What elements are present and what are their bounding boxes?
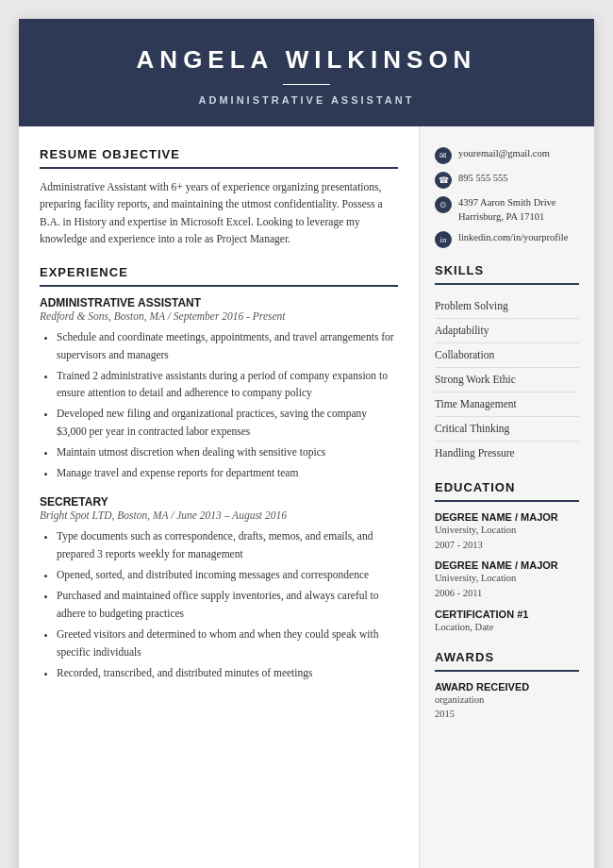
job-1-bullets: Schedule and coordinate meetings, appoin… [57,328,398,483]
education-title: EDUCATION [435,480,579,494]
skill-item: Collaboration [435,343,579,368]
contact-text: linkedin.com/in/yourprofile [458,231,568,245]
list-item: Developed new filing and organizational … [57,405,398,441]
list-item: Greeted visitors and determined to whom … [57,626,398,661]
objective-section: RESUME OBJECTIVE Administrative Assistan… [40,147,398,248]
award-title: AWARD RECEIVED [435,681,579,693]
contact-section: ✉youremail@gmail.com☎895 555 555⊙4397 Aa… [435,147,579,248]
awards-title: AWARDS [435,650,579,664]
list-item: Schedule and coordinate meetings, appoin… [57,328,398,364]
contact-icon: ☎ [435,172,452,189]
skills-section: SKILLS Problem SolvingAdaptabilityCollab… [435,263,579,465]
candidate-title: ADMINISTRATIVE ASSISTANT [38,94,575,106]
skill-item: Handling Pressure [435,442,579,465]
contact-text: youremail@gmail.com [458,147,550,161]
skill-item: Problem Solving [435,294,579,319]
edu-detail: University, Location 2006 - 2011 [435,571,579,601]
skills-items: Problem SolvingAdaptabilityCollaboration… [435,294,579,465]
candidate-name: ANGELA WILKINSON [38,45,575,75]
main-column: RESUME OBJECTIVE Administrative Assistan… [19,126,420,868]
resume-container: ANGELA WILKINSON ADMINISTRATIVE ASSISTAN… [19,19,594,868]
job-2-title: SECRETARY [40,495,398,509]
skills-divider [435,283,579,285]
education-divider [435,500,579,502]
award-items: AWARD RECEIVEDorganization 2015 [435,681,579,723]
sidebar-column: ✉youremail@gmail.com☎895 555 555⊙4397 Aa… [420,126,594,868]
skill-item: Strong Work Ethic [435,368,579,392]
list-item: Opened, sorted, and distributed incoming… [57,566,398,584]
job-1-company: Redford & Sons, Boston, MA / September 2… [40,310,398,322]
edu-items: DEGREE NAME / MAJORUniversity, Location … [435,511,579,635]
objective-text: Administrative Assistant with 6+ years o… [40,178,398,248]
edu-item: DEGREE NAME / MAJORUniversity, Location … [435,559,579,601]
edu-degree: DEGREE NAME / MAJOR [435,559,579,571]
award-detail: organization 2015 [435,693,579,723]
skill-item: Adaptability [435,319,579,343]
list-item: Purchased and maintained office supply i… [57,587,398,623]
awards-section: AWARDS AWARD RECEIVEDorganization 2015 [435,650,579,723]
job-2-company: Bright Spot LTD, Boston, MA / June 2013 … [40,509,398,521]
resume-header: ANGELA WILKINSON ADMINISTRATIVE ASSISTAN… [19,19,594,126]
edu-item: DEGREE NAME / MAJORUniversity, Location … [435,511,579,553]
job-1: ADMINISTRATIVE ASSISTANT Redford & Sons,… [40,296,398,483]
objective-title: RESUME OBJECTIVE [40,147,398,161]
skills-title: SKILLS [435,263,579,277]
experience-title: EXPERIENCE [40,265,398,279]
experience-section: EXPERIENCE ADMINISTRATIVE ASSISTANT Redf… [40,265,398,683]
contact-item: ✉youremail@gmail.com [435,147,579,164]
contact-icon: ⊙ [435,196,452,213]
contact-item: ☎895 555 555 [435,172,579,189]
resume-body: RESUME OBJECTIVE Administrative Assistan… [19,126,594,868]
contact-items: ✉youremail@gmail.com☎895 555 555⊙4397 Aa… [435,147,579,248]
list-item: Maintain utmost discretion when dealing … [57,443,398,461]
edu-degree: DEGREE NAME / MAJOR [435,511,579,523]
contact-text: 4397 Aaron Smith Drive Harrisburg, PA 17… [458,196,556,224]
contact-icon: in [435,231,452,248]
list-item: Manage travel and expense reports for de… [57,464,398,482]
contact-text: 895 555 555 [458,172,508,186]
header-divider [283,84,330,85]
job-2-bullets: Type documents such as correspondence, d… [57,527,398,682]
objective-divider [40,167,398,169]
list-item: Type documents such as correspondence, d… [57,527,398,563]
job-1-title: ADMINISTRATIVE ASSISTANT [40,296,398,309]
edu-detail: University, Location 2007 - 2013 [435,523,579,553]
award-item: AWARD RECEIVEDorganization 2015 [435,681,579,723]
contact-icon: ✉ [435,147,452,164]
list-item: Trained 2 administrative assistants duri… [57,367,398,403]
edu-degree: CERTIFICATION #1 [435,609,579,620]
contact-item: ⊙4397 Aaron Smith Drive Harrisburg, PA 1… [435,196,579,224]
experience-divider [40,285,398,287]
contact-item: inlinkedin.com/in/yourprofile [435,231,579,248]
skill-item: Critical Thinking [435,417,579,442]
awards-divider [435,670,579,672]
skill-item: Time Management [435,392,579,417]
edu-detail: Location, Date [435,620,579,635]
edu-item: CERTIFICATION #1Location, Date [435,609,579,635]
education-section: EDUCATION DEGREE NAME / MAJORUniversity,… [435,480,579,635]
job-2: SECRETARY Bright Spot LTD, Boston, MA / … [40,495,398,682]
list-item: Recorded, transcribed, and distributed m… [57,664,398,682]
